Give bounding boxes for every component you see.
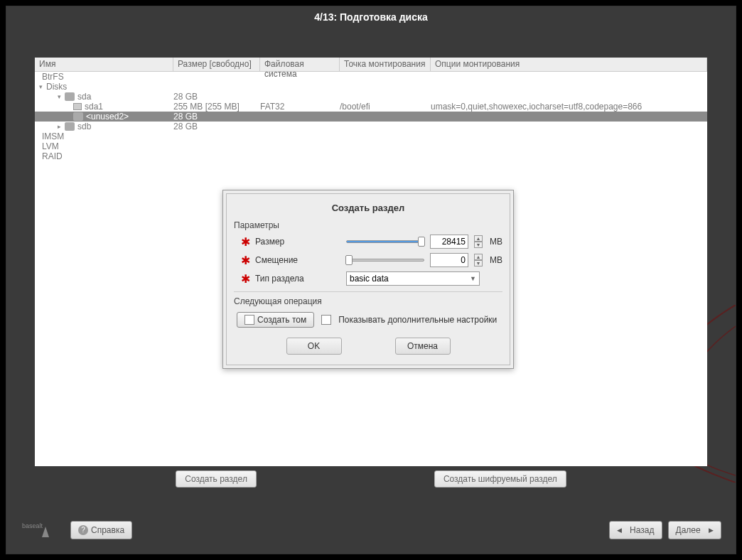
required-mark-icon: ✱ [241, 272, 249, 286]
param-type-row: ✱ Тип раздела basic data ▼ [234, 271, 502, 286]
required-mark-icon: ✱ [241, 235, 249, 249]
param-size-row: ✱ Размер ▲▼ MB [234, 235, 502, 249]
help-button[interactable]: ? Справка [70, 521, 132, 539]
tree-row-btrfs[interactable]: BtrFS [35, 72, 707, 82]
disk-icon [65, 122, 75, 131]
size-spinner[interactable]: ▲▼ [474, 235, 483, 248]
tree-row-sda1[interactable]: sda1 255 MB [255 MB] FAT32 /boot/efi uma… [35, 102, 707, 112]
col-size[interactable]: Размер [свободно] [173, 58, 260, 71]
size-input[interactable] [430, 235, 468, 249]
slider-thumb-icon[interactable] [345, 255, 353, 265]
tree-row-sda[interactable]: ▾sda 28 GB [35, 92, 707, 102]
tree-row-raid[interactable]: RAID [35, 151, 707, 161]
param-offset-row: ✱ Смещение ▲▼ MB [234, 253, 502, 267]
partition-icon [73, 103, 82, 110]
expander-icon[interactable]: ▾ [39, 83, 46, 90]
col-opts[interactable]: Опции монтирования [431, 58, 707, 71]
offset-slider[interactable] [346, 259, 424, 262]
checkbox-icon [244, 315, 254, 325]
dialog-title: Создать раздел [234, 200, 502, 220]
disk-icon [65, 92, 75, 101]
tree-row-imsm[interactable]: IMSM [35, 131, 707, 141]
tree-row-lvm[interactable]: LVM [35, 141, 707, 151]
table-header: Имя Размер [свободно] Файловая система Т… [35, 58, 707, 72]
offset-unit: MB [490, 255, 502, 265]
required-mark-icon: ✱ [241, 254, 249, 267]
distro-logo: basealt [21, 519, 56, 541]
tree-body: BtrFS ▾Disks ▾sda 28 GB sda1 255 MB [255… [35, 72, 707, 161]
page-title: 4/13: Подготовка диска [6, 6, 736, 28]
create-encrypted-partition-button[interactable]: Создать шифруемый раздел [434, 470, 566, 488]
help-icon: ? [78, 525, 88, 535]
partition-type-dropdown[interactable]: basic data ▼ [346, 271, 480, 286]
size-slider[interactable] [346, 240, 424, 243]
back-button[interactable]: Назад [609, 521, 662, 539]
col-fs[interactable]: Файловая система [260, 58, 340, 71]
slider-thumb-icon[interactable] [418, 237, 425, 247]
ok-button[interactable]: OK [286, 338, 342, 355]
size-unit: MB [490, 237, 502, 247]
col-mount[interactable]: Точка монтирования [340, 58, 431, 71]
offset-label: Смещение [255, 255, 340, 265]
cancel-button[interactable]: Отмена [395, 338, 451, 355]
next-op-section-label: Следующая операция [234, 296, 502, 306]
offset-spinner[interactable]: ▲▼ [474, 254, 483, 266]
divider [234, 291, 502, 292]
type-label: Тип раздела [255, 274, 340, 284]
tree-row-unused2[interactable]: <unused2> 28 GB [35, 112, 707, 122]
params-section-label: Параметры [234, 220, 502, 230]
next-button[interactable]: Далее [668, 521, 722, 539]
expander-icon[interactable]: ▸ [58, 123, 65, 130]
create-volume-button[interactable]: Создать том [237, 312, 314, 328]
offset-input[interactable] [430, 253, 468, 267]
show-advanced-checkbox[interactable] [321, 315, 331, 325]
create-partition-dialog: Создать раздел Параметры ✱ Размер ▲▼ MB … [222, 190, 514, 369]
size-label: Размер [255, 237, 340, 247]
show-advanced-label: Показывать дополнительные настройки [338, 315, 497, 325]
expander-icon[interactable]: ▾ [58, 93, 65, 100]
disk-icon [73, 112, 83, 121]
svg-text:basealt: basealt [22, 522, 43, 529]
tree-row-sdb[interactable]: ▸sdb 28 GB [35, 122, 707, 131]
create-partition-button[interactable]: Создать раздел [176, 470, 257, 488]
tree-row-disks[interactable]: ▾Disks [35, 82, 707, 92]
chevron-down-icon: ▼ [470, 275, 476, 282]
col-name[interactable]: Имя [35, 58, 173, 71]
